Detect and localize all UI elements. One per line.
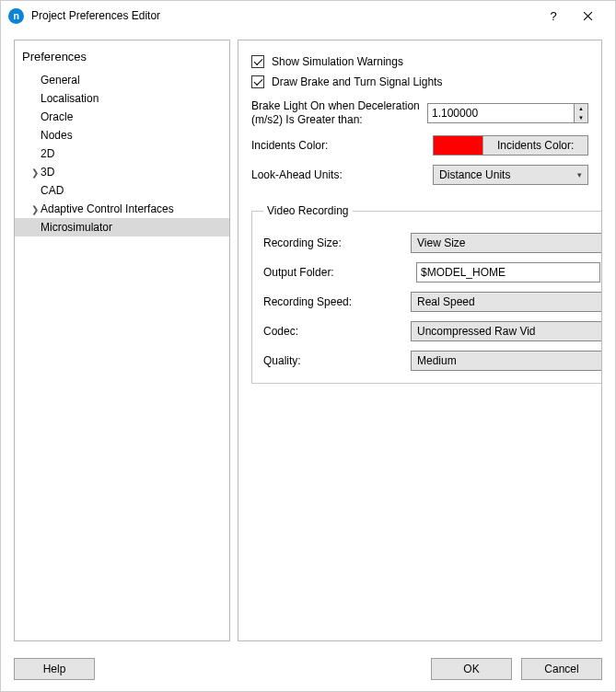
show-warnings-label: Show Simulation Warnings [272, 55, 403, 68]
codec-select[interactable]: Uncompressed Raw Vid ▾ [411, 321, 602, 341]
tree-item-adaptive-control[interactable]: ❯Adaptive Control Interfaces [15, 200, 229, 218]
video-recording-legend: Video Recording [263, 204, 353, 217]
brake-light-label: Brake Light On when Deceleration (m/s2) … [251, 99, 427, 127]
settings-panel: Show Simulation Warnings Draw Brake and … [238, 40, 602, 641]
spinner-down-icon[interactable]: ▼ [575, 113, 587, 122]
spinner-up-icon[interactable]: ▲ [575, 104, 587, 113]
incidents-color-button[interactable]: Incidents Color: [433, 135, 588, 156]
tree-item-oracle[interactable]: Oracle [15, 108, 229, 126]
chevron-right-icon: ❯ [29, 204, 41, 214]
quality-select[interactable]: Medium ▾ [411, 351, 602, 371]
video-recording-group: Video Recording Recording Size: View Siz… [251, 204, 602, 384]
dialog-footer: Help OK Cancel [1, 647, 615, 691]
incidents-color-label: Incidents Color: [251, 139, 433, 153]
chevron-down-icon: ▾ [577, 170, 582, 179]
tree-item-microsimulator[interactable]: Microsimulator [15, 218, 229, 236]
output-folder-label: Output Folder: [263, 266, 411, 280]
show-warnings-checkbox[interactable] [251, 55, 264, 68]
title-bar: n Project Preferences Editor ? [1, 1, 615, 30]
draw-lights-checkbox[interactable] [251, 75, 264, 88]
look-ahead-select[interactable]: Distance Units ▾ [433, 165, 588, 185]
quality-label: Quality: [263, 354, 411, 368]
recording-speed-label: Recording Speed: [263, 295, 411, 309]
draw-lights-label: Draw Brake and Turn Signal Lights [272, 75, 442, 88]
codec-label: Codec: [263, 325, 411, 339]
ok-button[interactable]: OK [431, 658, 512, 680]
help-titlebar-button[interactable]: ? [538, 2, 569, 29]
tree-item-localisation[interactable]: Localisation [15, 89, 229, 108]
tree-item-general[interactable]: General [15, 71, 229, 89]
tree-item-2d[interactable]: 2D [15, 144, 229, 163]
preferences-header: Preferences [15, 46, 229, 67]
recording-size-label: Recording Size: [263, 236, 411, 250]
chevron-right-icon: ❯ [29, 167, 41, 178]
close-icon [583, 11, 593, 21]
cancel-button[interactable]: Cancel [521, 658, 602, 680]
preferences-tree: Preferences General Localisation Oracle … [14, 40, 230, 641]
incidents-color-swatch [434, 136, 483, 155]
look-ahead-label: Look-Ahead Units: [251, 168, 433, 182]
output-folder-input[interactable] [416, 262, 600, 283]
brake-light-spinner[interactable]: ▲ ▼ [427, 103, 588, 123]
recording-size-select[interactable]: View Size ▾ [411, 233, 602, 253]
spinner-buttons[interactable]: ▲ ▼ [574, 103, 588, 123]
app-icon: n [8, 8, 24, 24]
tree-item-3d[interactable]: ❯3D [15, 163, 229, 181]
brake-light-input[interactable] [427, 103, 574, 123]
tree-item-nodes[interactable]: Nodes [15, 126, 229, 144]
window-title: Project Preferences Editor [31, 9, 538, 22]
close-button[interactable] [569, 2, 606, 29]
incidents-color-button-label: Incidents Color: [483, 139, 587, 152]
recording-speed-select[interactable]: Real Speed ▾ [411, 292, 602, 312]
tree-item-cad[interactable]: CAD [15, 181, 229, 200]
help-button[interactable]: Help [14, 658, 95, 680]
